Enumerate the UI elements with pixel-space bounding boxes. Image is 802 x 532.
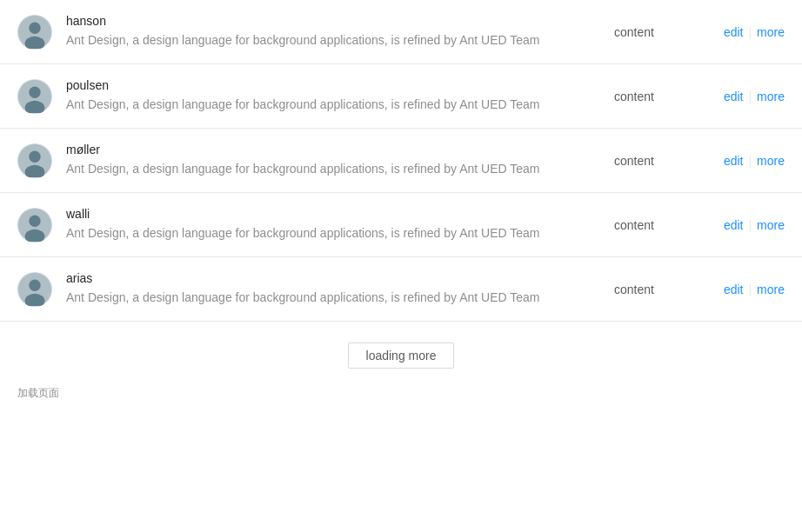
item-name: poulsen [66, 78, 614, 92]
item-content: poulsen Ant Design, a design language fo… [66, 78, 614, 114]
svg-point-5 [29, 86, 40, 97]
item-extra: content [614, 218, 706, 232]
more-link[interactable]: more [757, 283, 785, 296]
item-content: walli Ant Design, a design language for … [66, 207, 614, 243]
item-name: møller [66, 143, 614, 156]
item-actions: edit | more [724, 283, 785, 296]
item-name: walli [66, 207, 614, 221]
item-name: hanson [66, 14, 614, 28]
more-link[interactable]: more [757, 154, 785, 168]
more-link[interactable]: more [757, 25, 785, 39]
loading-more-button[interactable]: loading more [348, 342, 455, 369]
edit-link[interactable]: edit [724, 90, 744, 103]
item-description: Ant Design, a design language for backgr… [66, 31, 614, 50]
avatar [17, 79, 52, 114]
content-label: content [614, 218, 654, 232]
content-label: content [614, 25, 654, 39]
svg-point-13 [29, 215, 40, 226]
item-name: arias [66, 271, 614, 285]
action-separator: | [748, 25, 752, 39]
action-separator: | [748, 218, 752, 232]
action-separator: | [748, 154, 752, 168]
item-actions: edit | more [724, 90, 785, 103]
edit-link[interactable]: edit [724, 283, 744, 296]
edit-link[interactable]: edit [724, 218, 744, 232]
item-actions: edit | more [724, 218, 785, 232]
item-extra: content [614, 25, 706, 39]
edit-link[interactable]: edit [724, 25, 744, 39]
item-actions: edit | more [724, 154, 785, 168]
action-separator: | [748, 90, 752, 103]
item-content: hanson Ant Design, a design language for… [66, 14, 614, 50]
list-item: poulsen Ant Design, a design language fo… [0, 64, 802, 129]
avatar [17, 272, 52, 307]
svg-point-17 [29, 279, 40, 290]
content-label: content [614, 154, 654, 168]
list-item: arias Ant Design, a design language for … [0, 257, 802, 322]
item-content: arias Ant Design, a design language for … [66, 271, 614, 307]
list-item: hanson Ant Design, a design language for… [0, 0, 802, 64]
action-separator: | [748, 283, 752, 296]
item-description: Ant Design, a design language for backgr… [66, 96, 614, 114]
item-extra: content [614, 283, 706, 296]
edit-link[interactable]: edit [724, 154, 744, 168]
item-actions: edit | more [724, 25, 785, 39]
content-label: content [614, 283, 654, 296]
loading-more-container: loading more [0, 322, 802, 382]
item-description: Ant Design, a design language for backgr… [66, 160, 614, 178]
item-extra: content [614, 154, 706, 168]
content-label: content [614, 90, 654, 103]
more-link[interactable]: more [757, 218, 785, 232]
avatar [17, 208, 52, 243]
svg-point-1 [29, 22, 40, 33]
more-link[interactable]: more [757, 90, 785, 103]
item-extra: content [614, 90, 706, 103]
avatar [17, 15, 52, 50]
svg-point-9 [29, 150, 40, 162]
avatar [17, 143, 52, 178]
list-item: walli Ant Design, a design language for … [0, 193, 802, 257]
footer-text: 加载页面 [0, 382, 802, 404]
item-description: Ant Design, a design language for backgr… [66, 289, 614, 307]
item-content: møller Ant Design, a design language for… [66, 143, 614, 178]
list-container: hanson Ant Design, a design language for… [0, 0, 802, 404]
item-description: Ant Design, a design language for backgr… [66, 224, 614, 243]
list-item: møller Ant Design, a design language for… [0, 129, 802, 193]
